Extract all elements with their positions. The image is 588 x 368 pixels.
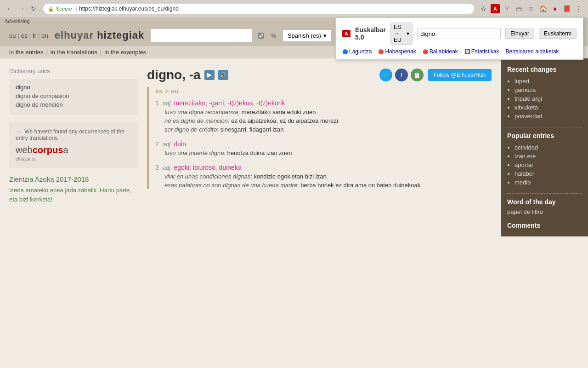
lang-en[interactable]: en xyxy=(41,32,48,39)
percent-label: % xyxy=(271,32,276,39)
search-checkbox[interactable] xyxy=(258,33,264,39)
in-examples-link[interactable]: in the examples xyxy=(104,49,146,56)
ext-icon5[interactable]: 🏠 xyxy=(538,4,548,13)
list-item[interactable]: luperi xyxy=(514,78,582,85)
ext-icon4[interactable]: ≋ xyxy=(526,4,536,13)
lang-es[interactable]: es xyxy=(21,32,28,39)
popular-entries-title: Popular entries xyxy=(507,132,582,139)
right-sidebar: Recent changes luperi gamuza tripaki arg… xyxy=(501,58,588,236)
euskalbar-direction[interactable]: ES → EU ▾ xyxy=(390,23,413,45)
def-type-3: adj. xyxy=(163,164,172,171)
webcorpus-text: → We haven't found any occurrences of th… xyxy=(16,128,131,141)
def-terms-3: egoki; itxuroso, duineko xyxy=(174,164,242,171)
follow-twitter-button[interactable]: Follow @ElhuyarHizk xyxy=(428,69,492,81)
zientzia-text: Izena emateko epea jada zabalik. Hartu p… xyxy=(9,186,138,204)
secure-text: Secure xyxy=(56,6,72,12)
content-wrapper: digno, -a ▶ 🔊 🐦 f 📋 Follow @ElhuyarHizk … xyxy=(147,58,588,236)
list-item[interactable]: xitxuketa xyxy=(514,104,582,111)
definition-section: es > eu 1 adj. merezitako; -garri; -t(z)… xyxy=(147,87,492,189)
nav-buttons: ← → ↻ xyxy=(5,4,39,14)
menu-icon[interactable]: ⋮ xyxy=(574,4,583,13)
forward-button[interactable]: → xyxy=(17,4,27,14)
main-search-input[interactable] xyxy=(151,29,252,42)
list-item[interactable]: gamuza xyxy=(514,86,582,93)
euskalbar-links: 🔵 Laguntza 🔴 Hobespenak 🔴 Baliabideak 🔲 … xyxy=(342,48,577,55)
sidebar-entries: digno digno de compasión digno de menció… xyxy=(9,79,138,115)
ext-icon6[interactable]: ♦ xyxy=(550,4,560,13)
in-entries-link[interactable]: in the entries xyxy=(9,49,43,56)
browser-icons: ☆ A Y 🗃 ≋ 🏠 ♦ 📕 ⋮ xyxy=(479,4,583,13)
definition-1: 1 adj. merezitako; -garri; -t(z)ekoa, -t… xyxy=(155,99,492,133)
list-item[interactable]: izan ere xyxy=(514,153,582,160)
euskalbar-logo-icon: A xyxy=(342,30,351,37)
bertsioaren-link[interactable]: Bertsioaren aldaketak xyxy=(506,48,559,55)
def-type-2: adj. xyxy=(163,141,172,148)
speaker-icon[interactable]: 🔊 xyxy=(218,70,228,80)
lang-eu[interactable]: eu xyxy=(9,32,16,39)
zientzia-promo: Zientzia Azoka 2017-2018 Izena emateko e… xyxy=(9,175,138,208)
word-of-day-title: Word of the day xyxy=(507,198,582,206)
definition-2: 2 adj. duin tuvo una muerte digna: herio… xyxy=(155,140,492,156)
euskalbar-search-input[interactable] xyxy=(417,29,501,39)
euskalbar-top: A Euskalbar 5.0 ES → EU ▾ Elhuyar Euskal… xyxy=(342,23,577,45)
def-example-3-1: vivir en unas condiciones dignas: kondiz… xyxy=(164,173,492,180)
webcorpus-logo: webcorpusa xyxy=(16,145,131,155)
baliabideak-link[interactable]: 🔴 Baliabideak xyxy=(423,48,458,55)
sidebar: Dictionary units digno digno de compasió… xyxy=(0,58,147,236)
def-example-3-2: esas palabras no son dignas de una buena… xyxy=(164,182,492,189)
baliabideak-icon: 🔴 xyxy=(423,49,428,54)
def-terms-2: duin xyxy=(174,140,186,148)
estatistikak-link[interactable]: 🔲 Estatistikak xyxy=(464,48,499,55)
laguntza-link[interactable]: 🔵 Laguntza xyxy=(342,48,372,55)
sidebar-entry-digno[interactable]: digno xyxy=(16,84,131,91)
play-icon[interactable]: ▶ xyxy=(204,70,215,80)
refresh-button[interactable]: ↻ xyxy=(28,4,39,14)
euskalterm-button[interactable]: Euskalterm xyxy=(539,29,577,39)
list-item[interactable]: tripaki argi xyxy=(514,95,582,102)
ext-icon3[interactable]: 🗃 xyxy=(514,4,524,13)
euskalbar-popup: A Euskalbar 5.0 ES → EU ▾ Elhuyar Euskal… xyxy=(335,17,583,60)
definition-3: 3 adj. egoki; itxuroso, duineko vivir en… xyxy=(155,164,492,189)
list-item[interactable]: aportar xyxy=(514,161,582,168)
list-item[interactable]: posverdad xyxy=(514,113,582,120)
star-icon[interactable]: ☆ xyxy=(479,4,488,13)
sidebar-entry-compasion[interactable]: digno de compasión xyxy=(16,92,131,99)
ext-icon7[interactable]: 📕 xyxy=(562,4,571,13)
sidebar-entry-mencion[interactable]: digno de mención xyxy=(16,101,131,108)
def-example-1-1: tuvo una digna recompensa: merezitako sa… xyxy=(164,109,492,115)
list-item[interactable]: actividad xyxy=(514,144,582,151)
back-button[interactable]: ← xyxy=(5,4,15,14)
list-item[interactable]: halaber xyxy=(514,170,582,177)
facebook-button[interactable]: f xyxy=(395,69,408,81)
ext-icon1[interactable]: A xyxy=(491,4,500,13)
entry-header: digno, -a ▶ 🔊 🐦 f 📋 Follow @ElhuyarHizk xyxy=(147,68,492,82)
direction-label: es > eu xyxy=(155,87,492,95)
def-type-1: adj. xyxy=(163,100,172,107)
lock-icon: 🔒 xyxy=(48,6,54,12)
ext-icon2[interactable]: Y xyxy=(503,4,512,13)
main-layout: Dictionary units digno digno de compasió… xyxy=(0,58,588,236)
language-select-button[interactable]: Spanish (es) ▾ xyxy=(283,29,332,42)
in-translations-link[interactable]: in the translations xyxy=(51,49,97,56)
hobespenak-icon: 🔴 xyxy=(378,49,384,54)
list-item[interactable]: medio xyxy=(514,179,582,186)
lang-switcher: eu | es | fr | en xyxy=(9,32,48,39)
def-terms-1: merezitako; -garri; -t(z)ekoa, -t(z)ekor… xyxy=(174,99,285,107)
hobespenak-link[interactable]: 🔴 Hobespenak xyxy=(378,48,416,55)
twitter-button[interactable]: 🐦 xyxy=(379,69,392,81)
site-logo: elhuyar hiztegiak xyxy=(55,29,145,41)
content-area: digno, -a ▶ 🔊 🐦 f 📋 Follow @ElhuyarHizk … xyxy=(147,58,501,236)
adv-left: Advertising xyxy=(5,18,29,24)
euskalbar-title: Euskalbar 5.0 xyxy=(355,26,386,41)
chevron-down-icon: ▾ xyxy=(407,30,409,37)
arrow-icon: → xyxy=(16,128,21,135)
divider xyxy=(507,127,582,127)
popular-entries-list: actividad izan ere aportar halaber medio xyxy=(507,144,582,186)
def-number-2: 2 xyxy=(155,140,159,148)
lang-fr[interactable]: fr xyxy=(33,32,36,39)
zientzia-title: Zientzia Azoka 2017-2018 xyxy=(9,175,138,183)
webcorpus-sub: elhuyar.co xyxy=(16,156,131,161)
share-button[interactable]: 📋 xyxy=(411,69,424,81)
elhuyar-search-button[interactable]: Elhuyar xyxy=(505,29,534,39)
address-bar[interactable]: 🔒 Secure | https://hiztegiak.elhuyar.eus… xyxy=(43,4,474,14)
